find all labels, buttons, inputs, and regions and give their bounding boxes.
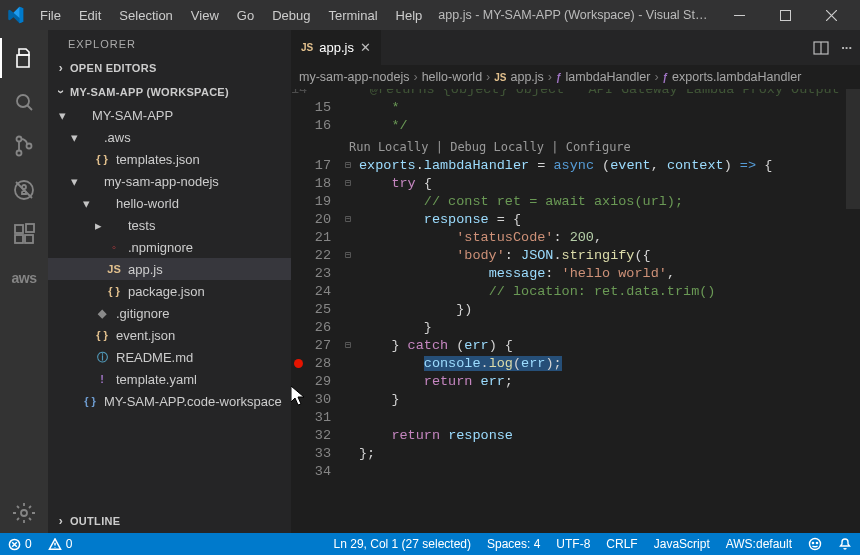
- folder-my-sam-app[interactable]: ▾MY-SAM-APP: [48, 104, 291, 126]
- code-line[interactable]: 20⊟ response = {: [291, 210, 846, 228]
- menu-terminal[interactable]: Terminal: [320, 4, 385, 27]
- code-line[interactable]: 25 }): [291, 300, 846, 318]
- tab-close-icon[interactable]: ✕: [360, 40, 371, 55]
- breakpoint-gutter[interactable]: [291, 359, 305, 368]
- line-number: 18: [305, 176, 341, 191]
- code-line[interactable]: 14 * @returns {object} object API Gatewa…: [291, 89, 846, 98]
- status-encoding[interactable]: UTF-8: [548, 533, 598, 555]
- fold-icon[interactable]: ⊟: [341, 249, 355, 261]
- fold-icon[interactable]: ⊟: [341, 339, 355, 351]
- file--npmignore[interactable]: ◦.npmignore: [48, 236, 291, 258]
- status-indentation[interactable]: Spaces: 4: [479, 533, 548, 555]
- tree-item-label: package.json: [128, 284, 285, 299]
- breadcrumb-label: my-sam-app-nodejs: [299, 70, 409, 84]
- tree-item-label: MY-SAM-APP.code-workspace: [104, 394, 285, 409]
- code-line[interactable]: 30 }: [291, 390, 846, 408]
- activity-settings[interactable]: [0, 493, 48, 533]
- code-line[interactable]: 23 message: 'hello world',: [291, 264, 846, 282]
- status-eol[interactable]: CRLF: [598, 533, 645, 555]
- code-line[interactable]: 28 console.log(err);: [291, 354, 846, 372]
- menu-file[interactable]: File: [32, 4, 69, 27]
- folder--aws[interactable]: ▾.aws: [48, 126, 291, 148]
- breadcrumb-item[interactable]: JSapp.js: [494, 70, 544, 84]
- menu-help[interactable]: Help: [388, 4, 431, 27]
- section-workspace[interactable]: ›MY-SAM-APP (WORKSPACE): [48, 82, 291, 102]
- close-button[interactable]: [808, 0, 854, 30]
- menu-view[interactable]: View: [183, 4, 227, 27]
- code-line[interactable]: 18⊟ try {: [291, 174, 846, 192]
- vscode-logo-icon: [6, 6, 24, 24]
- split-editor-icon[interactable]: [813, 40, 829, 56]
- status-errors[interactable]: 0: [0, 533, 40, 555]
- code-text: }: [355, 320, 846, 335]
- menu-go[interactable]: Go: [229, 4, 262, 27]
- code-text: console.log(err);: [355, 356, 846, 371]
- folder-tests[interactable]: ▸tests: [48, 214, 291, 236]
- codelens-run[interactable]: Run Locally: [349, 140, 428, 154]
- code-line[interactable]: 29 return err;: [291, 372, 846, 390]
- activity-extensions[interactable]: [0, 214, 48, 254]
- svg-rect-11: [26, 224, 34, 232]
- code-line[interactable]: 32 return response: [291, 426, 846, 444]
- section-open-editors[interactable]: ›OPEN EDITORS: [48, 58, 291, 78]
- status-cursor-pos[interactable]: Ln 29, Col 1 (27 selected): [326, 533, 479, 555]
- file-package-json[interactable]: { }package.json: [48, 280, 291, 302]
- activity-aws[interactable]: aws: [0, 258, 48, 298]
- code-line[interactable]: 21 'statusCode': 200,: [291, 228, 846, 246]
- fold-icon[interactable]: ⊟: [341, 159, 355, 171]
- codelens-configure[interactable]: Configure: [566, 140, 631, 154]
- code-line[interactable]: 22⊟ 'body': JSON.stringify({: [291, 246, 846, 264]
- file-app-js[interactable]: JSapp.js: [48, 258, 291, 280]
- file-templates-json[interactable]: { }templates.json: [48, 148, 291, 170]
- code-line[interactable]: 31: [291, 408, 846, 426]
- file--gitignore[interactable]: ◆.gitignore: [48, 302, 291, 324]
- section-open-editors-label: OPEN EDITORS: [70, 62, 157, 74]
- minimize-button[interactable]: [716, 0, 762, 30]
- menu-selection[interactable]: Selection: [111, 4, 180, 27]
- file-event-json[interactable]: { }event.json: [48, 324, 291, 346]
- section-outline[interactable]: ›OUTLINE: [48, 511, 291, 531]
- file-my-sam-app-code-workspace[interactable]: { }MY-SAM-APP.code-workspace: [48, 390, 291, 412]
- code-line[interactable]: 24 // location: ret.data.trim(): [291, 282, 846, 300]
- folder-hello-world[interactable]: ▾hello-world: [48, 192, 291, 214]
- status-bell-icon[interactable]: [830, 533, 860, 555]
- fold-icon[interactable]: ⊟: [341, 213, 355, 225]
- codelens-debug[interactable]: Debug Locally: [450, 140, 544, 154]
- code-line[interactable]: 26 }: [291, 318, 846, 336]
- status-aws[interactable]: AWS:default: [718, 533, 800, 555]
- line-number: 25: [305, 302, 341, 317]
- tree-item-label: template.yaml: [116, 372, 285, 387]
- folder-my-sam-app-nodejs[interactable]: ▾my-sam-app-nodejs: [48, 170, 291, 192]
- code-line[interactable]: 15 *: [291, 98, 846, 116]
- breadcrumbs[interactable]: my-sam-app-nodejs›hello-world›JSapp.js›ƒ…: [291, 65, 860, 89]
- code-line[interactable]: 19 // const ret = await axios(url);: [291, 192, 846, 210]
- activity-explorer[interactable]: [0, 38, 48, 78]
- more-actions-icon[interactable]: ···: [841, 40, 852, 55]
- breadcrumb-item[interactable]: my-sam-app-nodejs: [299, 70, 409, 84]
- code-editor[interactable]: 14 * @returns {object} object API Gatewa…: [291, 89, 860, 533]
- activity-debug[interactable]: [0, 170, 48, 210]
- tab-app-js[interactable]: JS app.js ✕: [291, 30, 382, 65]
- code-line[interactable]: 16 */: [291, 116, 846, 134]
- fold-icon[interactable]: ⊟: [341, 177, 355, 189]
- status-warnings[interactable]: 0: [40, 533, 81, 555]
- breadcrumb-item[interactable]: ƒlambdaHandler: [556, 70, 650, 84]
- breadcrumb-item[interactable]: hello-world: [422, 70, 482, 84]
- line-number: 16: [305, 118, 341, 133]
- menu-debug[interactable]: Debug: [264, 4, 318, 27]
- code-line[interactable]: 33};: [291, 444, 846, 462]
- status-feedback-icon[interactable]: [800, 533, 830, 555]
- code-line[interactable]: 17⊟exports.lambdaHandler = async (event,…: [291, 156, 846, 174]
- status-language[interactable]: JavaScript: [646, 533, 718, 555]
- line-number: 21: [305, 230, 341, 245]
- activity-search[interactable]: [0, 82, 48, 122]
- breadcrumb-item[interactable]: ƒexports.lambdaHandler: [663, 70, 802, 84]
- menu-edit[interactable]: Edit: [71, 4, 109, 27]
- maximize-button[interactable]: [762, 0, 808, 30]
- code-line[interactable]: 27⊟ } catch (err) {: [291, 336, 846, 354]
- code-line[interactable]: 34: [291, 462, 846, 480]
- minimap[interactable]: [846, 89, 860, 533]
- file-readme-md[interactable]: ⓘREADME.md: [48, 346, 291, 368]
- file-template-yaml[interactable]: !template.yaml: [48, 368, 291, 390]
- activity-source-control[interactable]: [0, 126, 48, 166]
